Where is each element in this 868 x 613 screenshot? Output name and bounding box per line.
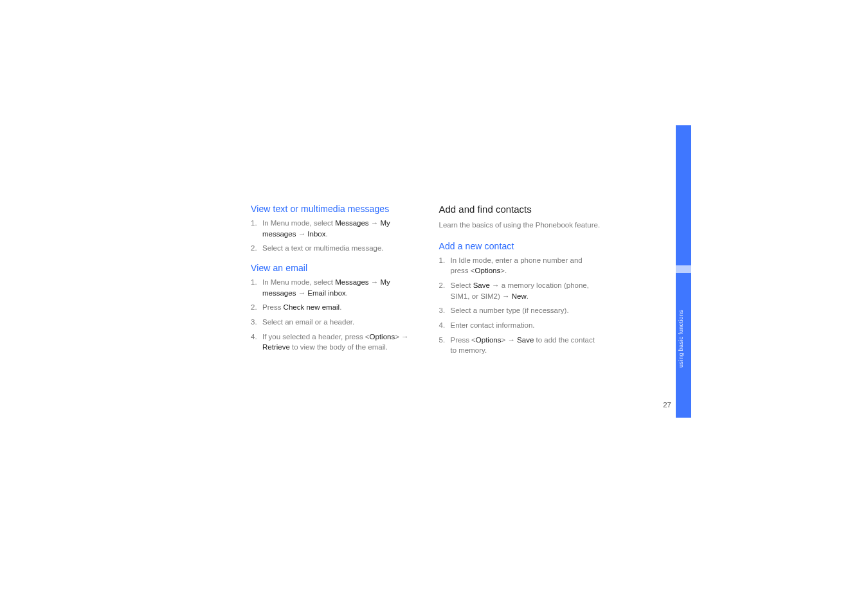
bold-text: Save	[517, 336, 534, 344]
text: In Menu mode, select	[262, 219, 335, 227]
arrow-icon: →	[507, 335, 515, 346]
arrow-icon: →	[492, 280, 500, 291]
text: If you selected a header, press <	[262, 333, 370, 341]
list-item: In Menu mode, select Messages → My messa…	[251, 218, 413, 239]
list-item: Select Save → a memory location (phone, …	[439, 280, 602, 301]
text: >	[395, 333, 401, 341]
text: Press <	[451, 336, 476, 344]
bold-text: Retrieve	[262, 343, 290, 351]
arrow-icon: →	[371, 218, 379, 229]
bold-text: Inbox	[307, 230, 325, 238]
left-column: View text or multimedia messages In Menu…	[251, 204, 413, 365]
text: Press	[262, 303, 284, 311]
heading-view-email: View an email	[251, 263, 413, 273]
arrow-icon: →	[298, 229, 306, 240]
list-item: Press Check new email.	[251, 302, 413, 313]
heading-view-messages: View text or multimedia messages	[251, 204, 413, 214]
list-item: Select a number type (if necessary).	[439, 305, 602, 316]
bold-text: Save	[473, 281, 490, 289]
steps-view-messages: In Menu mode, select Messages → My messa…	[251, 218, 413, 254]
side-section-label: using basic functions	[678, 278, 689, 368]
bold-text: Check new email	[284, 303, 340, 311]
page-number: 27	[663, 401, 671, 409]
bold-text: Options	[476, 336, 502, 344]
lead-text: Learn the basics of using the Phonebook …	[439, 220, 602, 231]
side-tab-light	[676, 265, 691, 273]
list-item: Select a text or multimedia message.	[251, 243, 413, 254]
text: Select a text or multimedia message.	[262, 244, 384, 252]
list-item: Select an email or a header.	[251, 317, 413, 328]
text: Select	[451, 281, 473, 289]
arrow-icon: →	[502, 291, 510, 302]
text: >	[501, 336, 507, 344]
bold-text: Options	[370, 333, 395, 341]
bold-text: New	[512, 292, 527, 300]
arrow-icon: →	[401, 332, 409, 342]
heading-add-find-contacts: Add and find contacts	[439, 204, 602, 215]
text: .	[325, 230, 327, 238]
text: .	[346, 289, 348, 297]
arrow-icon: →	[298, 288, 306, 299]
bold-text: Email inbox	[307, 289, 345, 297]
steps-view-email: In Menu mode, select Messages → My messa…	[251, 277, 413, 353]
text: .	[527, 292, 529, 300]
right-column: Add and find contacts Learn the basics o…	[439, 204, 602, 365]
text: >.	[500, 267, 507, 274]
list-item: In Menu mode, select Messages → My messa…	[251, 277, 413, 298]
list-item: Press <Options> → Save to add the contac…	[439, 335, 602, 356]
content-columns: View text or multimedia messages In Menu…	[251, 204, 601, 365]
list-item: If you selected a header, press <Options…	[251, 332, 413, 353]
steps-add-contact: In Idle mode, enter a phone number and p…	[439, 255, 602, 356]
text: Select a number type (if necessary).	[451, 306, 569, 314]
bold-text: Messages	[335, 278, 368, 286]
text: .	[339, 303, 341, 311]
text: Enter contact information.	[451, 321, 535, 329]
bold-text: Messages	[335, 219, 368, 227]
manual-page: using basic functions 27 View text or mu…	[0, 0, 868, 613]
text: In Menu mode, select	[262, 278, 335, 286]
list-item: Enter contact information.	[439, 320, 602, 331]
list-item: In Idle mode, enter a phone number and p…	[439, 255, 602, 276]
heading-add-new-contact: Add a new contact	[439, 241, 602, 251]
bold-text: Options	[475, 267, 501, 274]
arrow-icon: →	[371, 277, 379, 288]
text: In Idle mode, enter a phone number and p…	[451, 256, 583, 275]
text: to view the body of the email.	[290, 343, 388, 351]
text: Select an email or a header.	[262, 318, 354, 326]
